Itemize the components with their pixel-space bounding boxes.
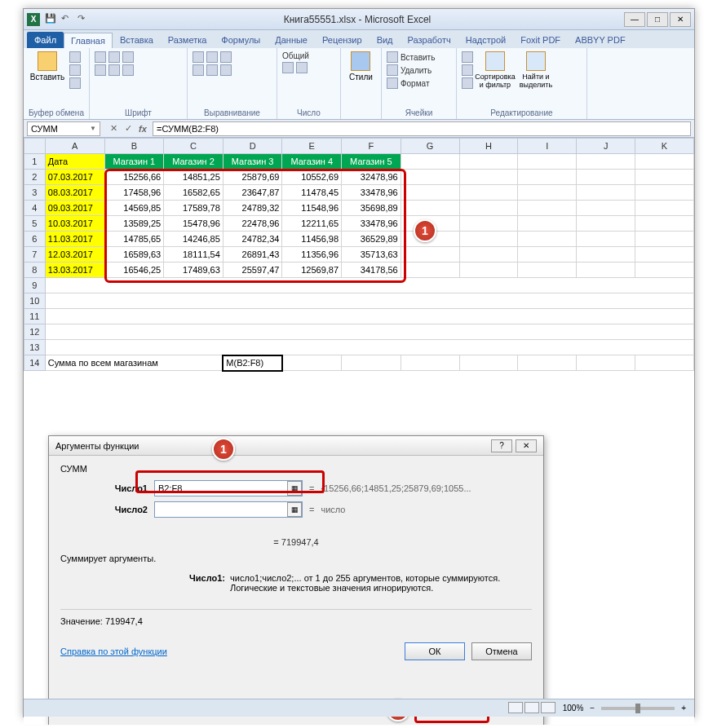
align-center-icon[interactable] [206, 64, 218, 76]
cell[interactable]: 23647,87 [223, 185, 282, 201]
cell[interactable] [577, 170, 635, 185]
cell[interactable] [459, 154, 518, 170]
select-all-corner[interactable] [24, 139, 46, 154]
cell[interactable] [577, 201, 635, 216]
cell[interactable] [518, 185, 577, 201]
cell[interactable] [459, 201, 518, 216]
number-format-dropdown[interactable]: Общий [282, 51, 309, 60]
cell[interactable]: 32478,96 [342, 170, 401, 185]
cell[interactable]: 17489,63 [164, 263, 224, 278]
cell[interactable] [518, 355, 577, 371]
cell[interactable]: 33478,96 [342, 185, 401, 201]
format-cells-button[interactable]: Формат [387, 77, 435, 89]
cell[interactable] [518, 263, 577, 278]
cell[interactable]: Магазин 5 [342, 154, 401, 170]
col-header-C[interactable]: C [164, 139, 224, 154]
cell[interactable] [401, 247, 459, 263]
col-header-G[interactable]: G [401, 139, 459, 154]
styles-button[interactable]: Стили [346, 51, 376, 82]
cell[interactable] [518, 201, 577, 216]
redo-icon[interactable]: ↷ [77, 13, 91, 26]
cell[interactable]: 35713,63 [342, 247, 401, 263]
col-header-F[interactable]: F [342, 139, 401, 154]
cell[interactable] [577, 154, 635, 170]
minimize-button[interactable]: — [624, 12, 645, 27]
sort-filter-button[interactable]: Сортировка и фильтр [476, 51, 514, 89]
tab-addins[interactable]: Надстрой [458, 32, 513, 48]
cell[interactable]: 25597,47 [223, 263, 282, 278]
cell[interactable]: 13.03.2017 [45, 263, 104, 278]
dialog-titlebar[interactable]: Аргументы функции ? ✕ [49, 436, 543, 456]
insert-cells-button[interactable]: Вставить [387, 51, 435, 63]
cell[interactable]: Магазин 3 [223, 154, 282, 170]
cell[interactable] [518, 216, 577, 232]
currency-icon[interactable] [282, 62, 294, 73]
cell[interactable]: 11548,96 [282, 201, 342, 216]
arg1-input[interactable] [154, 480, 303, 496]
cell[interactable]: 11356,96 [282, 247, 342, 263]
underline-icon[interactable] [122, 51, 134, 63]
cell[interactable]: 17589,78 [164, 201, 224, 216]
tab-review[interactable]: Рецензир [315, 32, 370, 48]
align-top-icon[interactable] [193, 51, 204, 63]
cell[interactable]: 07.03.2017 [45, 170, 104, 185]
cell[interactable]: 14851,25 [164, 170, 224, 185]
cell[interactable]: 16582,65 [164, 185, 224, 201]
col-header-I[interactable]: I [518, 139, 577, 154]
cell[interactable]: 24782,34 [223, 232, 282, 247]
cancel-button[interactable]: Отмена [471, 642, 532, 660]
cell[interactable] [635, 170, 694, 185]
cell[interactable]: 25879,69 [223, 170, 282, 185]
fill-color-icon[interactable] [108, 64, 120, 76]
ok-button[interactable]: ОК [405, 642, 465, 660]
cell[interactable] [45, 309, 693, 324]
maximize-button[interactable]: □ [647, 12, 668, 27]
cell[interactable]: 24789,32 [223, 201, 282, 216]
cancel-formula-icon[interactable]: ✕ [107, 122, 120, 135]
row-header[interactable]: 3 [24, 185, 46, 201]
cell[interactable] [577, 263, 635, 278]
cell[interactable] [518, 154, 577, 170]
cell[interactable]: Дата [45, 154, 104, 170]
cell[interactable] [635, 355, 694, 371]
row-header[interactable]: 1 [24, 154, 46, 170]
cell[interactable] [518, 232, 577, 247]
cell[interactable]: 12.03.2017 [45, 247, 104, 263]
row-header[interactable]: 5 [24, 216, 46, 232]
cell[interactable]: 10.03.2017 [45, 216, 104, 232]
cell[interactable]: 11478,45 [282, 185, 342, 201]
fill-icon[interactable] [462, 64, 473, 76]
cell[interactable]: 16589,63 [104, 247, 164, 263]
italic-icon[interactable] [108, 51, 120, 63]
cell[interactable] [577, 355, 635, 371]
cell[interactable]: 33478,96 [342, 216, 401, 232]
cell[interactable]: 22478,96 [223, 216, 282, 232]
col-header-K[interactable]: K [635, 139, 694, 154]
tab-view[interactable]: Вид [370, 32, 401, 48]
cell[interactable] [342, 355, 401, 371]
cell[interactable] [401, 263, 459, 278]
cell[interactable] [635, 185, 694, 201]
col-header-A[interactable]: A [45, 139, 104, 154]
accept-formula-icon[interactable]: ✓ [122, 122, 135, 135]
cell[interactable]: 11.03.2017 [45, 232, 104, 247]
cell[interactable] [45, 278, 693, 293]
tab-developer[interactable]: Разработч [401, 32, 458, 48]
cell[interactable]: 14246,85 [164, 232, 224, 247]
cell[interactable]: 35698,89 [342, 201, 401, 216]
format-painter-icon[interactable] [69, 77, 81, 89]
cell[interactable]: 16546,25 [104, 263, 164, 278]
cell[interactable]: Магазин 1 [104, 154, 164, 170]
cell[interactable] [459, 216, 518, 232]
cell[interactable] [401, 201, 459, 216]
align-left-icon[interactable] [193, 64, 204, 76]
cell[interactable] [518, 170, 577, 185]
name-box-dropdown-icon[interactable]: ▼ [90, 125, 96, 132]
cell[interactable] [635, 263, 694, 278]
cell[interactable] [45, 293, 693, 309]
cell[interactable] [45, 324, 693, 340]
col-header-H[interactable]: H [459, 139, 518, 154]
cell[interactable]: 15478,96 [164, 216, 224, 232]
zoom-out-button[interactable]: − [590, 704, 595, 713]
row-header[interactable]: 14 [24, 355, 46, 371]
